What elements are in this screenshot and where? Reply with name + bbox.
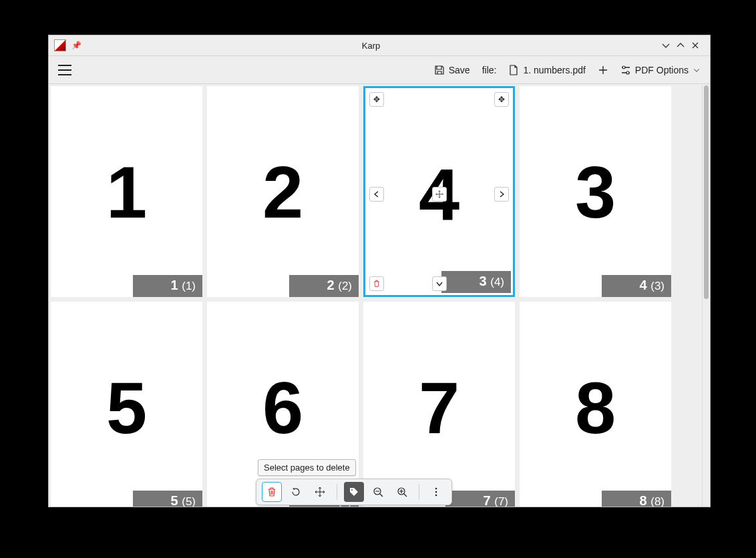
drag-handle[interactable]	[432, 187, 447, 202]
scrollbar[interactable]	[702, 84, 710, 507]
delete-mode-button[interactable]	[262, 482, 282, 502]
scrollbar-thumb[interactable]	[704, 85, 709, 299]
floating-toolbar	[256, 479, 452, 505]
svg-point-0	[622, 66, 625, 69]
move-left-handle[interactable]	[369, 187, 384, 202]
page-thumbnail[interactable]: 88 (8)	[520, 302, 671, 507]
save-label: Save	[449, 65, 470, 75]
main-toolbar: Save file: 1. numbers.pdf PDF Options	[49, 55, 710, 83]
app-window: 📌 Karp Save file: 1. numbers.pdf	[48, 35, 711, 507]
pdf-options-label: PDF Options	[635, 65, 689, 75]
separator	[419, 484, 419, 500]
page-content-number: 6	[207, 365, 359, 450]
tag-icon	[349, 487, 359, 497]
page-grid[interactable]: 11 (1)22 (2)43 (4)✥✥34 (3)55 (5)66 (6)77…	[49, 84, 702, 507]
label-button[interactable]	[344, 482, 364, 502]
add-file-button[interactable]	[595, 60, 611, 80]
filename-label: 1. numbers.pdf	[523, 65, 585, 75]
move-right-handle[interactable]	[494, 187, 509, 202]
rotate-button[interactable]	[286, 482, 306, 502]
separator	[337, 484, 337, 500]
page-index-label: 7 (7)	[445, 491, 515, 507]
expand-handle[interactable]	[432, 276, 447, 291]
more-button[interactable]	[426, 482, 446, 502]
svg-point-1	[626, 71, 629, 74]
page-content-number: 1	[51, 150, 202, 234]
svg-point-7	[435, 495, 437, 497]
save-button[interactable]: Save	[431, 60, 473, 80]
more-vertical-icon	[431, 487, 441, 497]
zoom-out-icon	[373, 487, 383, 497]
page-thumbnail[interactable]: 11 (1)	[51, 86, 202, 297]
titlebar: 📌 Karp	[49, 35, 710, 55]
page-index-label: 8 (8)	[602, 491, 671, 507]
maximize-button[interactable]	[675, 40, 690, 51]
move-mode-button[interactable]	[310, 482, 330, 502]
page-thumbnail[interactable]: 55 (5)	[51, 302, 202, 507]
page-content-number: 5	[51, 365, 202, 450]
rotate-icon	[291, 487, 301, 497]
content-area: 11 (1)22 (2)43 (4)✥✥34 (3)55 (5)66 (6)77…	[49, 83, 710, 507]
svg-point-6	[435, 491, 437, 493]
plus-icon	[598, 65, 608, 75]
hamburger-menu[interactable]	[55, 60, 74, 80]
chevron-down-icon	[693, 66, 701, 74]
zoom-in-icon	[397, 487, 407, 497]
hamburger-icon	[58, 65, 71, 75]
pin-icon[interactable]: 📌	[71, 41, 81, 50]
page-content-number: 7	[363, 365, 515, 450]
page-thumbnail[interactable]: 77 (7)	[363, 302, 515, 507]
corner-handle-tr[interactable]: ✥	[494, 92, 509, 107]
zoom-in-button[interactable]	[392, 482, 412, 502]
options-icon	[620, 65, 631, 75]
file-label: file:	[480, 60, 500, 80]
page-content-number: 2	[207, 150, 359, 234]
page-index-label: 3 (4)	[441, 271, 511, 293]
trash-icon	[266, 487, 277, 497]
move-icon	[315, 487, 325, 497]
page-content-number: 8	[520, 365, 671, 450]
window-title: Karp	[81, 41, 660, 51]
page-thumbnail[interactable]: 34 (3)	[520, 86, 671, 297]
page-thumbnail[interactable]: 22 (2)	[207, 86, 359, 297]
save-icon	[434, 65, 445, 75]
svg-point-2	[351, 489, 353, 491]
page-index-label: 1 (1)	[133, 275, 202, 297]
page-thumbnail[interactable]: 43 (4)✥✥	[363, 86, 515, 297]
page-index-label: 4 (3)	[602, 275, 671, 297]
minimize-button[interactable]	[660, 40, 675, 51]
app-icon	[54, 39, 66, 51]
page-content-number: 3	[520, 150, 671, 234]
close-button[interactable]	[690, 40, 705, 51]
document-icon	[508, 65, 519, 75]
delete-page-handle[interactable]	[369, 276, 384, 291]
page-index-label: 5 (5)	[133, 491, 202, 507]
zoom-out-button[interactable]	[368, 482, 388, 502]
tooltip: Select pages to delete	[258, 459, 356, 476]
corner-handle-tl[interactable]: ✥	[369, 92, 384, 107]
pdf-options-button[interactable]: PDF Options	[618, 60, 703, 80]
page-index-label: 2 (2)	[289, 275, 359, 297]
file-selector[interactable]: 1. numbers.pdf	[506, 60, 588, 80]
svg-point-5	[435, 488, 437, 490]
